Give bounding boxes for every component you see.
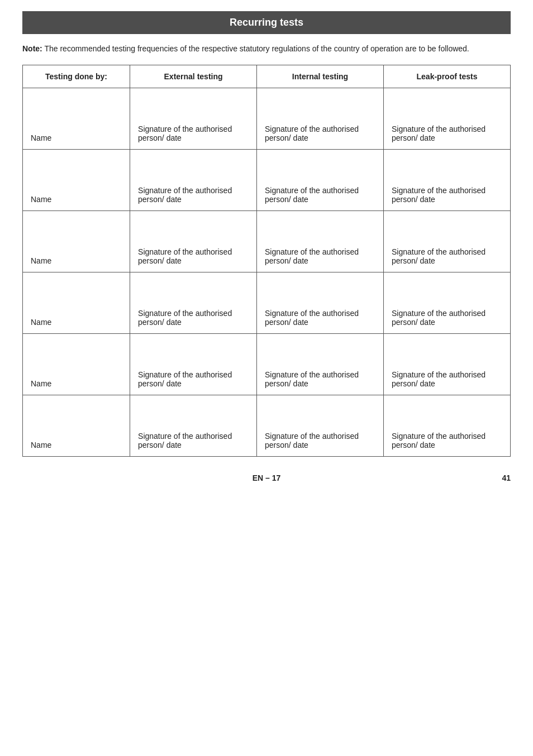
row-1-col3: Signature of the authorised person/ date — [257, 88, 384, 150]
row-4-col4: Signature of the authorised person/ date — [383, 272, 510, 334]
table-header-row: Testing done by: External testing Intern… — [23, 65, 511, 88]
table-row: NameSignature of the authorised person/ … — [23, 88, 511, 150]
row-2-col2: Signature of the authorised person/ date — [130, 150, 257, 211]
row-4-col2: Signature of the authorised person/ date — [130, 272, 257, 334]
table-row: NameSignature of the authorised person/ … — [23, 334, 511, 395]
page-footer: EN – 17 41 — [22, 473, 511, 482]
table-row: NameSignature of the authorised person/ … — [23, 150, 511, 211]
recurring-tests-table: Testing done by: External testing Intern… — [22, 65, 511, 457]
row-1-col2: Signature of the authorised person/ date — [130, 88, 257, 150]
header-external-testing: External testing — [130, 65, 257, 88]
header-leakproof-tests: Leak-proof tests — [383, 65, 510, 88]
row-1-col1: Name — [23, 88, 130, 150]
row-5-col4: Signature of the authorised person/ date — [383, 334, 510, 395]
row-2-col4: Signature of the authorised person/ date — [383, 150, 510, 211]
row-3-col4: Signature of the authorised person/ date — [383, 211, 510, 272]
note-paragraph: Note: The recommended testing frequencie… — [22, 43, 511, 55]
note-body: The recommended testing frequencies of t… — [44, 44, 469, 53]
note-label: Note: — [22, 44, 42, 53]
row-5-col3: Signature of the authorised person/ date — [257, 334, 384, 395]
row-3-col1: Name — [23, 211, 130, 272]
footer-page-number: 41 — [502, 473, 511, 482]
row-6-col1: Name — [23, 395, 130, 457]
row-5-col1: Name — [23, 334, 130, 395]
page-title: Recurring tests — [22, 11, 511, 34]
row-3-col3: Signature of the authorised person/ date — [257, 211, 384, 272]
table-row: NameSignature of the authorised person/ … — [23, 211, 511, 272]
row-2-col1: Name — [23, 150, 130, 211]
row-3-col2: Signature of the authorised person/ date — [130, 211, 257, 272]
footer-label: EN – 17 — [22, 473, 511, 482]
title-text: Recurring tests — [230, 17, 303, 28]
header-internal-testing: Internal testing — [257, 65, 384, 88]
row-4-col3: Signature of the authorised person/ date — [257, 272, 384, 334]
table-row: NameSignature of the authorised person/ … — [23, 395, 511, 457]
row-6-col4: Signature of the authorised person/ date — [383, 395, 510, 457]
row-6-col3: Signature of the authorised person/ date — [257, 395, 384, 457]
row-5-col2: Signature of the authorised person/ date — [130, 334, 257, 395]
table-row: NameSignature of the authorised person/ … — [23, 272, 511, 334]
row-4-col1: Name — [23, 272, 130, 334]
row-2-col3: Signature of the authorised person/ date — [257, 150, 384, 211]
header-testing-done: Testing done by: — [23, 65, 130, 88]
row-6-col2: Signature of the authorised person/ date — [130, 395, 257, 457]
row-1-col4: Signature of the authorised person/ date — [383, 88, 510, 150]
